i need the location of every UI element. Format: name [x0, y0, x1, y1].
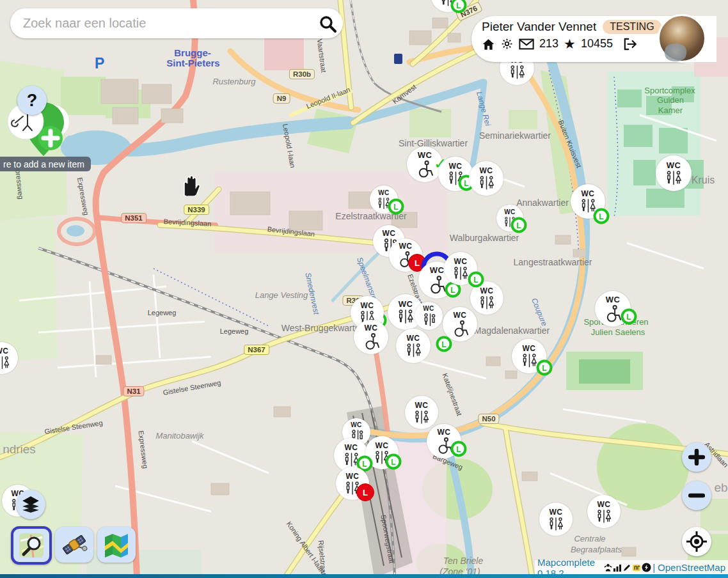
edit-pen-icon[interactable]: [622, 563, 631, 572]
settings-gear-icon[interactable]: [500, 37, 514, 51]
attribution-bar: Mapcomplete 0.18.2 | OpenStreet: [535, 560, 728, 575]
search-button[interactable]: [312, 10, 343, 38]
osm-link[interactable]: OpenStreetMap: [658, 562, 725, 573]
toilet-wheelchair-icon: [361, 333, 381, 350]
opening-hours-badge-green[interactable]: L: [436, 336, 452, 352]
testing-badge: TESTING: [603, 20, 661, 34]
wc-marker[interactable]: WC: [405, 396, 438, 429]
map-markers-layer: WC WC LWC ✓WC LWC WC LWC: [0, 0, 728, 578]
search-icon: [318, 14, 337, 33]
wc-marker-label: WC: [415, 402, 429, 409]
opening-hours-badge-green[interactable]: L: [468, 272, 484, 288]
crosshair-icon: [686, 531, 708, 552]
wc-marker-label: WC: [345, 444, 358, 451]
toilet-wheelchair-icon: [603, 305, 623, 322]
wc-marker[interactable]: WC: [656, 155, 692, 191]
add-item-tooltip: re to add a new item: [0, 157, 91, 171]
contributor-icon[interactable]: [604, 563, 612, 572]
toilet-urinal-icon: [420, 313, 437, 326]
geolocate-button[interactable]: [682, 527, 711, 556]
opening-hours-badge-green[interactable]: L: [386, 454, 402, 470]
star-icon: ★: [564, 37, 576, 51]
toilet-male-female-icon: [395, 309, 416, 324]
wc-marker-label: WC: [383, 230, 396, 237]
toilet-male-female-icon: [412, 410, 431, 424]
wc-marker-label: WC: [351, 422, 362, 428]
wc-marker-label: WC: [582, 190, 595, 198]
opening-hours-badge-green[interactable]: L: [451, 0, 467, 13]
opening-hours-badge-green[interactable]: L: [451, 441, 467, 457]
wc-marker-label: WC: [454, 311, 467, 319]
basemap-option-osm-selected[interactable]: [11, 526, 52, 565]
opening-hours-badge-green[interactable]: L: [388, 199, 404, 215]
theme-logo-icon[interactable]: [632, 563, 641, 572]
wc-marker-label: WC: [438, 428, 451, 436]
wc-marker-label: WC: [346, 473, 360, 480]
wc-marker-label: WC: [407, 334, 420, 342]
wc-marker[interactable]: WC: [539, 503, 573, 536]
wc-marker-label: WC: [523, 345, 536, 352]
opening-hours-badge-green[interactable]: L: [594, 208, 610, 224]
toilet-wheelchair-icon: [415, 160, 435, 178]
basemap-option-satellite[interactable]: [55, 527, 93, 563]
plus-icon: [688, 449, 705, 465]
help-button[interactable]: ?: [17, 86, 47, 115]
add-item-tooltip-text: re to add a new item: [3, 159, 84, 169]
wc-marker[interactable]: WC: [443, 307, 477, 341]
wc-marker-label: WC: [365, 324, 378, 332]
toilet-male-female-icon: [594, 510, 613, 523]
fol ded-map-icon: [103, 532, 130, 558]
license-icon[interactable]: [642, 563, 651, 572]
toilet-male-female-icon: [0, 356, 12, 369]
wc-marker[interactable]: WC: [469, 161, 503, 196]
wc-marker-label: WC: [430, 266, 445, 274]
home-icon[interactable]: [482, 38, 495, 51]
toilet-male-female-icon: [477, 296, 496, 309]
toilet-male-female-icon: [546, 517, 566, 531]
toilet-male-female-icon: [663, 171, 684, 185]
wc-marker-label: WC: [606, 295, 621, 304]
mapcomplete-app: P Brugge-Sint-PietersRustenburgSint-Gill…: [0, 0, 728, 578]
hand-cursor-icon: [180, 173, 200, 199]
wc-marker-label: WC: [361, 302, 374, 309]
wc-marker[interactable]: WC: [396, 329, 431, 363]
wc-marker[interactable]: WC: [354, 320, 388, 354]
wc-marker-label: WC: [550, 508, 563, 516]
layers-button[interactable]: [16, 490, 45, 519]
toilet-male-female-icon: [451, 267, 470, 280]
toilet-male-female-icon: [477, 176, 496, 190]
basemap-option-map[interactable]: [97, 527, 136, 563]
search-input[interactable]: [10, 16, 312, 31]
wc-marker-label: WC: [480, 167, 493, 175]
wc-marker-label: WC: [378, 190, 390, 196]
wc-marker[interactable]: WC: [587, 495, 621, 528]
toilet-male-female-icon: [507, 65, 527, 79]
opening-hours-badge-red[interactable]: L: [356, 483, 374, 501]
wc-marker-label: WC: [399, 242, 413, 250]
opening-hours-badge-green[interactable]: L: [537, 360, 553, 376]
user-avatar[interactable]: [658, 14, 706, 63]
wc-marker-label: WC: [667, 161, 681, 169]
toilet-male-female-icon: [404, 343, 423, 357]
user-name: Pieter Vander Vennet: [482, 20, 596, 34]
layers-icon: [22, 496, 40, 513]
wc-marker-label: WC: [399, 300, 413, 308]
changesets-count: 10455: [581, 37, 613, 51]
logout-icon[interactable]: [623, 38, 637, 51]
wc-marker[interactable]: WC: [415, 302, 443, 330]
zoom-in-button[interactable]: [682, 442, 711, 472]
wc-marker-label: WC: [418, 151, 432, 159]
messages-count: 213: [539, 37, 558, 51]
opening-hours-badge-green[interactable]: L: [621, 309, 637, 325]
messages-envelope-icon[interactable]: [519, 38, 534, 50]
statistics-icon[interactable]: [613, 563, 622, 572]
minus-icon: [688, 487, 705, 504]
wc-marker-label: WC: [504, 209, 516, 215]
opening-hours-badge-green[interactable]: L: [511, 217, 527, 233]
wc-marker-label: WC: [454, 258, 468, 265]
wc-marker-label: WC: [376, 442, 389, 449]
toilet-wheelchair-icon: [450, 320, 470, 337]
zoom-out-button[interactable]: [682, 481, 711, 510]
wc-marker-label: WC: [449, 162, 463, 170]
wc-marker[interactable]: WC: [0, 342, 18, 374]
